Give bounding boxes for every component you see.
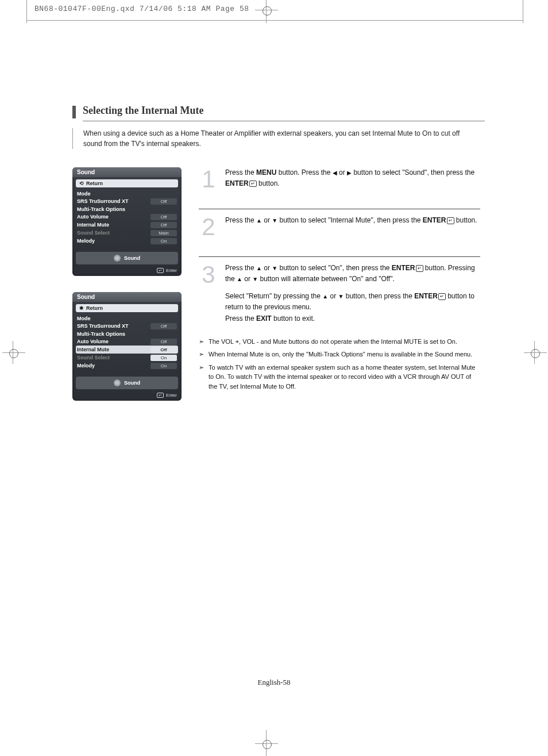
crop-mark [263,6,272,16]
osd-enter-hint: ↵ Enter [72,392,182,401]
osd-row-value: Main [150,230,177,236]
right-arrow-icon: ▶ [347,168,352,178]
osd-panel: Sound ⟲ Return ModeSRS TruSurround XTOff… [72,167,182,276]
crop-mark [263,740,272,749]
enter-label: Enter [166,393,177,398]
return-row: ⟲ Return [76,179,178,187]
frame-line [26,20,523,21]
osd-title: Sound [72,167,182,177]
osd-row-label: Sound Select [77,355,110,360]
osd-row-value: On [150,238,177,244]
osd-row-value: Off [150,323,177,329]
osd-row: Internal MuteOff [76,346,178,354]
osd-row: Mode [76,314,178,322]
osd-row-label: Sound Select [77,230,110,236]
note-line: ➣The VOL +, VOL - and Mute buttons do no… [199,337,480,347]
sound-bar-label: Sound [124,255,140,261]
step-text: Press the MENU button. Press the ◀ or ▶ … [225,167,480,189]
enter-icon: ↵ [447,217,454,224]
down-arrow-icon: ▼ [272,216,277,225]
sound-bar-label: Sound [124,380,140,386]
down-arrow-icon: ▼ [338,292,344,301]
section-title: Selecting the Internal Mute [83,105,203,117]
left-arrow-icon: ◀ [333,168,337,178]
crop-mark [9,349,18,358]
osd-row-value: Off [150,198,177,205]
osd-sound-bar: Sound [76,377,178,389]
step-number: 3 [199,263,218,287]
osd-row-label: Melody [77,238,95,244]
up-arrow-icon: ▲ [256,264,262,273]
osd-row-label: Internal Mute [77,347,109,352]
osd-row-label: Multi-Track Options [77,331,125,337]
enter-icon: ↵ [438,293,446,300]
step-1: 1 Press the MENU button. Press the ◀ or … [199,167,480,209]
note-bullet-icon: ➣ [199,350,204,359]
osd-row-value: Off [150,222,177,228]
osd-row: Multi-Track Options [76,205,178,213]
osd-title: Sound [72,292,182,302]
down-arrow-icon: ▼ [272,264,277,273]
osd-row: Internal MuteOff [76,221,178,229]
enter-icon: ↵ [416,265,423,272]
enter-icon: ↵ [157,268,164,273]
frame-line [523,0,523,23]
up-arrow-icon: ▲ [237,275,242,284]
frame-line [26,0,27,23]
osd-row-label: SRS TruSurround XT [77,323,129,329]
osd-row: Sound SelectOn [76,354,178,362]
page-footer: English-58 [0,678,548,687]
osd-row: MelodyOn [76,362,178,370]
return-label: Return [86,305,103,311]
return-row: ✸ Return [76,304,178,312]
osd-panel: Sound ✸ Return ModeSRS TruSurround XTOff… [72,292,182,401]
speaker-icon [114,379,121,386]
return-icon: ⟲ [79,181,84,186]
up-arrow-icon: ▲ [256,216,262,225]
note-line: ➣To watch TV with an external speaker sy… [199,363,480,392]
note-bullet-icon: ➣ [199,363,204,392]
note-bullet-icon: ➣ [199,337,204,347]
osd-row-label: SRS TruSurround XT [77,198,129,204]
osd-row-label: Multi-Track Options [77,206,125,212]
osd-row-value: Off [150,339,177,345]
speaker-icon [114,255,121,262]
step-text: Press the ▲ or ▼ button to select "On", … [225,263,480,324]
osd-enter-hint: ↵ Enter [72,267,182,276]
osd-row-value: Off [150,347,177,353]
down-arrow-icon: ▼ [252,275,258,284]
osd-row-value: On [150,363,177,369]
return-label: Return [86,181,103,186]
step-number: 1 [199,167,218,191]
osd-row: Mode [76,190,178,197]
step-number: 2 [199,215,218,239]
osd-row: MelodyOn [76,237,178,245]
enter-icon: ↵ [157,393,164,398]
step-3: 3 Press the ▲ or ▼ button to select "On"… [199,256,480,332]
osd-row-label: Melody [77,363,95,369]
osd-row-value: On [150,355,177,361]
divider [83,121,485,121]
enter-icon: ↵ [249,181,257,187]
up-arrow-icon: ▲ [322,292,328,301]
osd-row-label: Auto Volume [77,339,109,344]
note-text: The VOL +, VOL - and Mute buttons do not… [209,337,457,347]
osd-row-value: Off [150,214,177,220]
step-text: Press the ▲ or ▼ button to select "Inter… [225,215,480,226]
osd-row: SRS TruSurround XTOff [76,197,178,205]
crop-mark [531,349,540,358]
return-icon: ✸ [79,305,84,311]
osd-row: SRS TruSurround XTOff [76,322,178,330]
osd-row: Sound SelectMain [76,229,178,237]
osd-sound-bar: Sound [76,252,178,264]
osd-row-label: Mode [77,191,91,197]
note-text: To watch TV with an external speaker sys… [209,363,480,392]
intro-text: When using a device such as a Home Theat… [72,128,480,149]
enter-label: Enter [166,268,177,273]
step-2: 2 Press the ▲ or ▼ button to select "Int… [199,209,480,256]
osd-row-label: Auto Volume [77,214,109,220]
section-marker [72,106,76,118]
osd-row: Multi-Track Options [76,330,178,337]
note-line: ➣When Internal Mute is on, only the "Mul… [199,350,480,359]
note-text: When Internal Mute is on, only the "Mult… [209,350,472,359]
